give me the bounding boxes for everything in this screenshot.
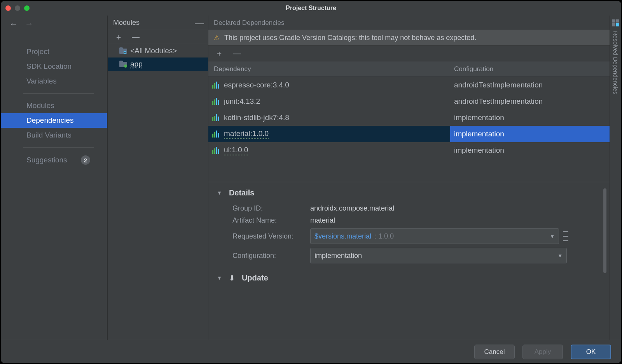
module-app[interactable]: app (108, 57, 208, 71)
details-header[interactable]: ▼ Details (217, 188, 603, 197)
svg-rect-1 (119, 47, 123, 50)
deps-rows: espresso-core:3.4.0 androidTestImplement… (208, 77, 610, 158)
dep-row[interactable]: junit:4.13.2 androidTestImplementation (208, 93, 610, 110)
module-all[interactable]: <All Modules> (108, 44, 208, 57)
sidebar-item-modules[interactable]: Modules (1, 98, 107, 113)
warning-icon: ⚠ (214, 34, 220, 42)
details-panel: ▼ Details Group ID: androidx.compose.mat… (208, 182, 610, 293)
sidebar-item-build-variants[interactable]: Build Variants (1, 128, 107, 143)
sidebar-item-project[interactable]: Project (1, 44, 107, 59)
artifact-name-label: Artifact Name: (232, 216, 310, 225)
declared-deps-title: Declared Dependencies (208, 16, 610, 30)
dep-name: ui:1.0.0 (224, 146, 248, 155)
chevron-down-icon: ▼ (217, 190, 222, 196)
sidebar-item-suggestions[interactable]: Suggestions 2 (1, 152, 107, 168)
column-dependency[interactable]: Dependency (208, 65, 450, 73)
svg-rect-9 (612, 23, 615, 26)
suggestions-badge: 2 (81, 155, 90, 165)
warning-text: This project uses Gradle Version Catalog… (224, 34, 476, 42)
maximize-window-button[interactable] (24, 5, 30, 11)
project-structure-dialog: Project Structure ← → Project SDK Locati… (1, 1, 621, 363)
chevron-down-icon: ▼ (217, 275, 222, 281)
svg-rect-10 (616, 23, 619, 26)
sidebar-separator (23, 93, 94, 94)
dep-config: androidTestImplementation (450, 77, 610, 93)
requested-version-combo[interactable]: $versions.material : 1.0.0 ▼ (310, 228, 559, 244)
dep-config: implementation (450, 126, 610, 142)
details-title: Details (229, 188, 255, 197)
remove-module-icon[interactable]: — (132, 33, 140, 42)
svg-rect-7 (612, 19, 615, 23)
dep-name: material:1.0.0 (224, 129, 269, 139)
module-label: <All Modules> (130, 47, 177, 55)
ok-button[interactable]: OK (571, 345, 611, 359)
minimize-window-button[interactable] (15, 5, 20, 11)
dep-row[interactable]: kotlin-stdlib-jdk7:4.8 implementation (208, 110, 610, 126)
dep-name: kotlin-stdlib-jdk7:4.8 (224, 113, 289, 122)
requested-version-label: Requested Version: (232, 232, 310, 240)
dep-row[interactable]: espresso-core:3.4.0 androidTestImplement… (208, 77, 610, 93)
modules-toolbar: ＋ — (108, 30, 208, 44)
add-dependency-icon[interactable]: ＋ (215, 48, 223, 59)
resolved-deps-icon (612, 19, 619, 28)
dialog-footer: Cancel Apply OK (1, 340, 621, 363)
warning-banner: ⚠ This project uses Gradle Version Catal… (208, 30, 610, 46)
sidebar-item-label: Suggestions (26, 156, 67, 164)
dep-name: junit:4.13.2 (224, 97, 260, 106)
dialog-title: Project Structure (1, 5, 621, 12)
add-module-icon[interactable]: ＋ (115, 32, 122, 42)
update-header[interactable]: ▼ ⬇ Update (217, 273, 603, 282)
modules-header: Modules — (108, 16, 208, 30)
configuration-label: Configuration: (232, 252, 310, 260)
remove-dependency-icon[interactable]: — (233, 49, 241, 58)
dep-config: implementation (450, 142, 610, 158)
modules-panel: Modules — ＋ — <All Modules> app (107, 16, 208, 340)
artifact-name-value: material (310, 216, 335, 225)
close-window-button[interactable] (5, 5, 11, 11)
resize-handle-icon[interactable] (563, 230, 568, 242)
module-label: app (130, 60, 143, 68)
configuration-value: implementation (314, 252, 362, 260)
dep-config: implementation (450, 110, 610, 126)
column-configuration[interactable]: Configuration (450, 65, 610, 73)
chevron-down-icon: ▼ (550, 233, 555, 239)
sidebar: ← → Project SDK Location Variables Modul… (1, 16, 107, 340)
apply-button[interactable]: Apply (522, 345, 563, 359)
deps-table-head: Dependency Configuration (208, 61, 610, 77)
main-panel: Declared Dependencies ⚠ This project use… (208, 16, 610, 340)
modules-title: Modules (113, 19, 140, 27)
resolved-deps-label: Resolved Dependencies (612, 31, 619, 94)
rows-spacer (208, 158, 610, 182)
chevron-down-icon: ▼ (557, 253, 563, 259)
library-icon (212, 114, 219, 121)
dep-row[interactable]: material:1.0.0 implementation (208, 126, 610, 142)
forward-arrow-icon[interactable]: → (25, 19, 33, 29)
library-icon (212, 82, 219, 89)
group-id-value: androidx.compose.material (310, 204, 394, 212)
version-resolved: : 1.0.0 (374, 232, 394, 240)
dep-row[interactable]: ui:1.0.0 implementation (208, 142, 610, 158)
library-icon (212, 131, 219, 138)
library-icon (212, 98, 219, 105)
sidebar-item-dependencies[interactable]: Dependencies (1, 113, 107, 128)
back-arrow-icon[interactable]: ← (9, 19, 18, 29)
cancel-button[interactable]: Cancel (474, 345, 515, 359)
module-folder-icon (119, 47, 127, 54)
configuration-combo[interactable]: implementation ▼ (310, 248, 567, 263)
update-title: Update (242, 273, 268, 282)
svg-rect-3 (124, 52, 126, 53)
minimize-panel-icon[interactable]: — (195, 17, 204, 28)
svg-rect-5 (119, 61, 123, 63)
resolved-deps-rail[interactable]: Resolved Dependencies (610, 16, 621, 340)
window-controls (5, 5, 30, 11)
library-icon (212, 147, 219, 154)
sidebar-separator (23, 147, 94, 148)
deps-toolbar: ＋ — (208, 46, 610, 61)
sidebar-item-variables[interactable]: Variables (1, 74, 107, 89)
download-icon: ⬇ (229, 274, 235, 282)
dep-name: espresso-core:3.4.0 (224, 81, 289, 89)
titlebar: Project Structure (1, 1, 621, 16)
nav-arrows: ← → (1, 16, 107, 33)
sidebar-item-sdk-location[interactable]: SDK Location (1, 59, 107, 74)
scrollbar[interactable] (603, 188, 606, 273)
